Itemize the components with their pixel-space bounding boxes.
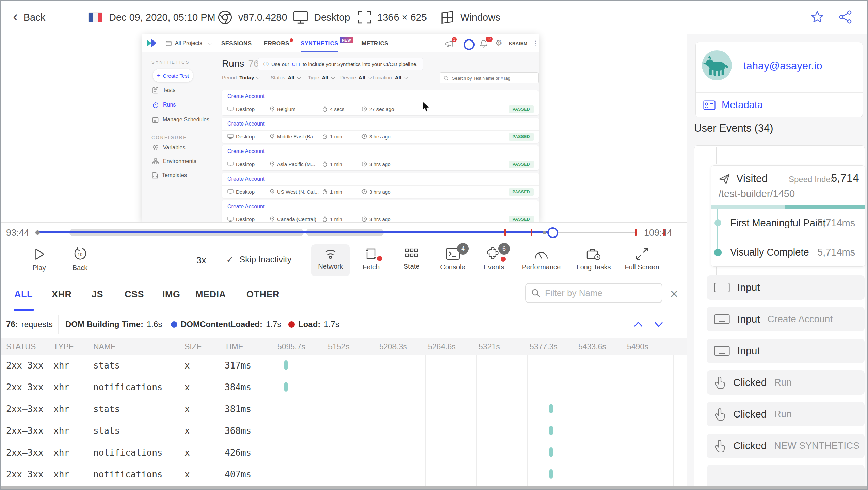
- event-item-input[interactable]: Input: [707, 275, 865, 300]
- event-item-clicked[interactable]: ClickedRun: [707, 402, 865, 426]
- run-card[interactable]: Create Account Desktop US West (N. Cal..…: [222, 173, 539, 198]
- col-name[interactable]: NAME: [93, 342, 116, 352]
- col-t6: 5433.6s: [578, 342, 606, 352]
- runs-search-box[interactable]: [440, 72, 539, 83]
- playhead-handle[interactable]: [547, 227, 558, 238]
- filter-status[interactable]: Status All: [271, 75, 301, 80]
- network-row[interactable]: 2xx–3xxxhrstatsx317ms: [1, 355, 687, 376]
- timeline-progress: [37, 231, 556, 233]
- events-count-badge: 6: [498, 243, 510, 255]
- events-panel-button[interactable]: Events 6: [468, 247, 519, 271]
- banner-cli-link[interactable]: CLI: [292, 61, 300, 67]
- event-item-clicked[interactable]: ClickedRun: [707, 370, 865, 395]
- tab-img[interactable]: IMG: [162, 289, 180, 300]
- favorite-star-icon[interactable]: [810, 10, 824, 24]
- long-tasks-panel-button[interactable]: Long Tasks: [568, 247, 619, 271]
- tab-other[interactable]: OTHER: [246, 289, 279, 300]
- jump-prev-icon[interactable]: [633, 320, 643, 328]
- replay-stage: All Projects SESSIONS ERRORS SYNTHETICS …: [1, 34, 687, 222]
- visually-complete-label: Visually Complete: [730, 247, 809, 258]
- run-location: Belgium: [270, 105, 295, 113]
- run-device: Desktop: [227, 105, 255, 113]
- speed-index-value: 5,714: [831, 172, 859, 184]
- event-item-input[interactable]: Input: [707, 339, 865, 363]
- metadata-button[interactable]: Metadata: [703, 99, 763, 111]
- run-card[interactable]: Create Account Desktop Canada (Central) …: [222, 200, 539, 222]
- back-button[interactable]: ‹ Back: [13, 1, 45, 34]
- app-user-name[interactable]: KRAIEM: [509, 41, 527, 46]
- tab-js[interactable]: JS: [92, 289, 103, 300]
- error-marker[interactable]: [635, 229, 637, 236]
- filter-type[interactable]: Type All: [308, 75, 335, 80]
- run-card[interactable]: Create Account Desktop Middle East (Ba..…: [222, 118, 539, 143]
- chevron-down-icon: [403, 74, 408, 79]
- runs-search-input[interactable]: [451, 75, 531, 81]
- metric-connector-line: [717, 209, 718, 252]
- visited-progress-fill: [785, 205, 865, 209]
- run-name-link[interactable]: Create Account: [227, 148, 264, 154]
- network-row[interactable]: 2xx–3xxxhrnotificationsx426ms: [1, 442, 687, 463]
- network-row[interactable]: 2xx–3xxxhrnotificationsx407ms: [1, 463, 687, 485]
- chevron-down-icon: [331, 74, 335, 79]
- performance-panel-button[interactable]: Performance: [516, 247, 567, 271]
- visited-event-card[interactable]: Visited Speed Index 5,714 /test-builder/…: [711, 165, 865, 267]
- app-tab-synthetics[interactable]: SYNTHETICS: [301, 40, 338, 47]
- tab-xhr[interactable]: XHR: [52, 289, 72, 300]
- settings-gear-icon[interactable]: ⚙: [495, 38, 502, 48]
- events-scroll-container[interactable]: Visited Speed Index 5,714 /test-builder/…: [694, 145, 865, 489]
- share-icon[interactable]: [839, 10, 852, 24]
- run-card[interactable]: Create Account Desktop Asia Pacific (M..…: [222, 145, 539, 170]
- network-row[interactable]: 2xx–3xxxhrnotificationsx384ms: [1, 376, 687, 398]
- jump-next-icon[interactable]: [654, 320, 664, 328]
- network-filter-input[interactable]: [544, 288, 648, 299]
- run-card[interactable]: Create Account Desktop Belgium 4 secs 27…: [222, 90, 539, 115]
- speed-toggle[interactable]: 3x: [196, 255, 206, 266]
- app-runs-main: Runs 76 ⓘ Use our CLI to include your Sy…: [142, 52, 539, 222]
- filter-location[interactable]: Location All: [373, 75, 407, 80]
- event-item-input[interactable]: InputCreate Account: [707, 307, 865, 331]
- col-time[interactable]: TIME: [225, 342, 243, 352]
- desktop-icon: [227, 107, 234, 112]
- error-marker[interactable]: [504, 229, 506, 236]
- user-card-divider: [696, 92, 863, 93]
- browser-group: v87.0.4280: [217, 1, 287, 34]
- run-name-link[interactable]: Create Account: [227, 203, 264, 210]
- tab-css[interactable]: CSS: [125, 289, 144, 300]
- run-name-link[interactable]: Create Account: [227, 121, 264, 127]
- run-name-link[interactable]: Create Account: [227, 93, 264, 99]
- check-icon: ✓: [226, 254, 234, 265]
- banner-post: to include your Synthetics into your CI/…: [303, 61, 418, 67]
- network-row[interactable]: 2xx–3xxxhrstatsx368ms: [1, 420, 687, 442]
- status-badge: PASSED: [509, 105, 534, 113]
- tab-all[interactable]: ALL: [14, 289, 33, 300]
- error-marker[interactable]: [531, 229, 532, 236]
- filter-device[interactable]: Device All: [340, 75, 371, 80]
- horizontal-scrollbar[interactable]: [1, 486, 867, 489]
- console-count-badge: 4: [457, 243, 469, 255]
- col-type[interactable]: TYPE: [53, 342, 74, 352]
- wifi-icon: [323, 247, 338, 260]
- skip-inactivity-toggle[interactable]: ✓ Skip Inactivity: [226, 254, 291, 265]
- full-screen-button[interactable]: Full Screen: [616, 247, 668, 271]
- app-tab-sessions[interactable]: SESSIONS: [221, 40, 252, 47]
- event-item-partial[interactable]: [707, 465, 865, 489]
- filter-period[interactable]: Period Today: [222, 75, 260, 80]
- filter-type-label: Type: [308, 75, 319, 80]
- network-row[interactable]: 2xx–3xxxhrstatsx381ms: [1, 398, 687, 420]
- run-name-link[interactable]: Create Account: [227, 176, 264, 182]
- user-email-link[interactable]: tahay@asayer.io: [743, 60, 822, 72]
- filter-status-value: All: [288, 75, 294, 80]
- tab-media[interactable]: MEDIA: [195, 289, 226, 300]
- col-size[interactable]: SIZE: [184, 342, 202, 352]
- network-filter-box[interactable]: [525, 283, 662, 303]
- clock-icon: [361, 134, 367, 139]
- close-panel-icon[interactable]: ×: [670, 286, 678, 302]
- project-selector[interactable]: All Projects: [166, 34, 202, 52]
- col-status[interactable]: STATUS: [6, 342, 36, 352]
- chevron-down-icon: [367, 74, 372, 79]
- back-10s-button[interactable]: 10 Back: [54, 247, 106, 272]
- event-item-clicked[interactable]: ClickedNEW SYNTHETICS: [707, 434, 865, 458]
- overflow-menu-icon[interactable]: ⋮: [532, 39, 539, 47]
- app-tab-errors[interactable]: ERRORS: [264, 40, 289, 47]
- app-tab-metrics[interactable]: METRICS: [361, 40, 388, 47]
